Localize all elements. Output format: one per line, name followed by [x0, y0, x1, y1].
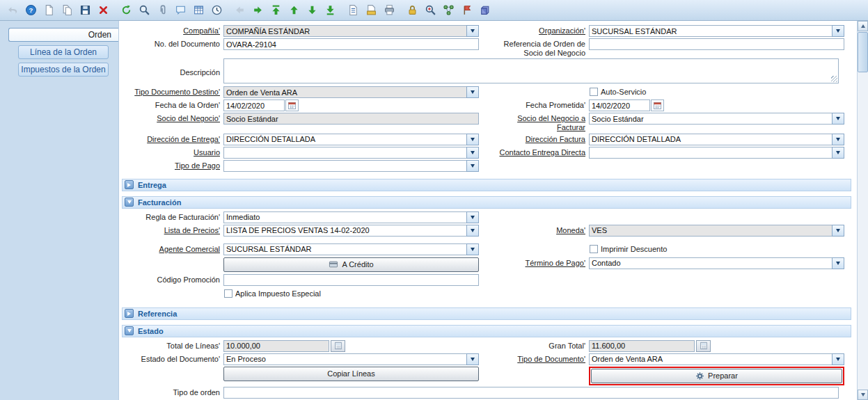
refresh-icon[interactable]: [118, 2, 134, 19]
expand-section-icon[interactable]: [125, 180, 134, 189]
toolbar-group-navigation: [231, 2, 338, 19]
lock-icon[interactable]: [404, 2, 420, 19]
check-requests-icon[interactable]: [458, 2, 475, 19]
contacto-entrega-combobox: [589, 147, 844, 159]
tab-orden[interactable]: Orden: [8, 28, 118, 42]
chevron-down-icon[interactable]: [832, 225, 844, 237]
attachment-icon[interactable]: [154, 2, 171, 19]
section-facturacion-header[interactable]: Facturación: [122, 196, 851, 209]
organizacion-input[interactable]: [589, 25, 832, 37]
tab-impuestos-de-la-orden[interactable]: Impuestos de la Orden: [18, 63, 109, 77]
descripcion-textarea[interactable]: [223, 58, 839, 83]
scrollbar-thumb[interactable]: [858, 32, 868, 72]
scroll-down-icon[interactable]: [858, 390, 868, 400]
termino-pago-input[interactable]: [589, 257, 832, 269]
archive-icon[interactable]: [363, 2, 379, 19]
grid-toggle-icon[interactable]: [190, 2, 207, 19]
resize-grip-icon[interactable]: [831, 76, 837, 82]
product-info-icon[interactable]: [476, 2, 493, 19]
copiar-lineas-button[interactable]: Copiar Líneas: [223, 367, 479, 381]
tipo-orden-input[interactable]: [223, 387, 839, 399]
chevron-down-icon[interactable]: [466, 160, 479, 172]
chevron-down-icon[interactable]: [466, 134, 479, 145]
chevron-down-icon[interactable]: [466, 25, 479, 37]
previous-record-icon[interactable]: [285, 2, 302, 19]
regla-facturacion-input[interactable]: [223, 211, 466, 223]
chevron-down-icon[interactable]: [466, 86, 479, 98]
calculator-icon[interactable]: [696, 340, 711, 352]
chevron-down-icon[interactable]: [466, 225, 479, 237]
calculator-icon[interactable]: [331, 340, 345, 352]
parent-record-icon[interactable]: [231, 2, 248, 19]
aplica-impuesto-especial-checkbox[interactable]: [224, 289, 232, 298]
collapse-section-icon[interactable]: [125, 326, 134, 335]
chat-icon[interactable]: [172, 2, 189, 19]
chevron-down-icon[interactable]: [466, 147, 479, 159]
chevron-down-icon[interactable]: [832, 353, 844, 365]
detail-record-icon[interactable]: [249, 2, 266, 19]
moneda-input[interactable]: [589, 225, 832, 237]
workflow-icon[interactable]: [440, 2, 457, 19]
calendar-icon[interactable]: [285, 99, 299, 111]
expand-section-icon[interactable]: [125, 309, 134, 318]
chevron-down-icon[interactable]: [466, 243, 479, 255]
no-documento-input[interactable]: [223, 38, 479, 50]
first-record-icon[interactable]: [267, 2, 284, 19]
gran-total-input[interactable]: [589, 340, 695, 352]
no-documento-label: No. del Documento: [122, 38, 223, 49]
direccion-entrega-input[interactable]: [223, 134, 466, 145]
new-record-icon[interactable]: [40, 2, 57, 19]
copy-record-icon[interactable]: [58, 2, 75, 19]
chevron-down-icon[interactable]: [832, 25, 844, 37]
next-record-icon[interactable]: [303, 2, 320, 19]
contacto-entrega-input[interactable]: [589, 147, 832, 159]
help-icon[interactable]: ?: [22, 2, 39, 19]
section-estado-header[interactable]: Estado: [122, 325, 851, 337]
a-credito-button[interactable]: A Crédito: [223, 257, 479, 272]
socio-facturar-input[interactable]: [589, 113, 832, 125]
usuario-input[interactable]: [223, 147, 466, 159]
estado-documento-input[interactable]: [223, 353, 466, 365]
lista-precios-input[interactable]: [223, 225, 466, 237]
scroll-up-icon[interactable]: [858, 21, 868, 31]
direccion-factura-input[interactable]: [589, 134, 832, 145]
total-lineas-input[interactable]: [223, 340, 329, 352]
label-spacer: [122, 367, 223, 368]
find-icon[interactable]: [136, 2, 152, 19]
tipo-pago-label: Tipo de Pago: [122, 160, 223, 170]
chevron-down-icon[interactable]: [466, 353, 479, 365]
tipo-documento-input[interactable]: [589, 353, 832, 365]
label-spacer: [122, 288, 223, 289]
section-entrega-header[interactable]: Entrega: [122, 179, 851, 191]
tipo-pago-input[interactable]: [223, 160, 466, 172]
delete-record-icon[interactable]: [95, 2, 111, 19]
save-icon[interactable]: [77, 2, 93, 19]
imprimir-descuento-checkbox[interactable]: [590, 245, 598, 253]
collapse-section-icon[interactable]: [125, 198, 134, 207]
referencia-socio-input[interactable]: [589, 38, 844, 50]
socio-negocio-input[interactable]: [223, 113, 479, 125]
chevron-down-icon[interactable]: [832, 147, 844, 159]
fecha-orden-input[interactable]: [223, 99, 285, 111]
agente-comercial-input[interactable]: [223, 243, 466, 255]
chevron-down-icon[interactable]: [832, 134, 844, 145]
section-referencia-header[interactable]: Referencia: [122, 307, 851, 320]
compania-input[interactable]: [223, 25, 466, 37]
tab-linea-de-la-orden[interactable]: Línea de la Orden: [18, 45, 109, 59]
last-record-icon[interactable]: [322, 2, 338, 19]
history-icon[interactable]: [208, 2, 225, 19]
calendar-icon[interactable]: [651, 99, 664, 111]
chevron-down-icon[interactable]: [832, 113, 844, 125]
ignore-changes-icon[interactable]: [4, 2, 21, 19]
chevron-down-icon[interactable]: [466, 211, 479, 223]
codigo-promocion-input[interactable]: [223, 274, 479, 286]
vertical-scrollbar[interactable]: [857, 21, 868, 400]
report-icon[interactable]: [345, 2, 361, 19]
chevron-down-icon[interactable]: [832, 257, 844, 269]
tipo-doc-destino-input[interactable]: [223, 86, 466, 98]
auto-servicio-checkbox[interactable]: [590, 88, 598, 96]
fecha-prometida-input[interactable]: [589, 99, 650, 111]
zoom-across-icon[interactable]: [422, 2, 439, 19]
preparar-button[interactable]: Preparar: [591, 369, 842, 383]
print-icon[interactable]: [381, 2, 397, 19]
